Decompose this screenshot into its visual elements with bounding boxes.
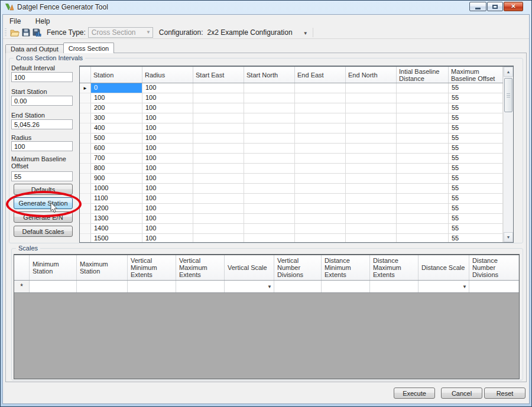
grid-cell[interactable]: [295, 174, 346, 184]
end-station-input[interactable]: [11, 119, 73, 129]
grid-cell[interactable]: [244, 194, 295, 204]
grid-cell[interactable]: [295, 224, 346, 234]
grid-cell-distance-number-divisions[interactable]: [469, 281, 519, 292]
tab-data-and-output[interactable]: Data and Output: [5, 44, 64, 53]
maximize-button[interactable]: [487, 2, 503, 11]
grid-cell[interactable]: [346, 214, 397, 224]
grid-cell[interactable]: [397, 144, 449, 154]
grid-cell[interactable]: [244, 234, 295, 243]
scrollbar-thumb[interactable]: [504, 78, 512, 112]
grid-cell[interactable]: [193, 103, 244, 113]
column-header-station[interactable]: Station: [91, 67, 142, 83]
defaults-button[interactable]: Defaults: [14, 184, 73, 195]
grid-cell[interactable]: 1400: [91, 224, 142, 234]
grid-cell[interactable]: [295, 234, 346, 243]
minimize-button[interactable]: [469, 2, 486, 11]
grid-cell[interactable]: 55: [449, 123, 503, 134]
grid-cell[interactable]: [295, 184, 346, 194]
grid-cell[interactable]: [346, 194, 397, 204]
close-button[interactable]: ✕: [504, 2, 523, 11]
grid-cell[interactable]: [244, 214, 295, 224]
grid-cell[interactable]: [346, 103, 397, 113]
grid-cell[interactable]: [193, 164, 244, 174]
grid-cell-vertical-maximum-extents[interactable]: [176, 281, 225, 292]
grid-cell[interactable]: [193, 194, 244, 204]
row-header[interactable]: [80, 194, 91, 204]
grid-cell[interactable]: 55: [449, 93, 503, 103]
save-button[interactable]: [21, 28, 31, 37]
grid-cell[interactable]: [346, 234, 397, 243]
grid-cell[interactable]: [295, 103, 346, 113]
row-header[interactable]: [80, 154, 91, 164]
grid-cell[interactable]: [397, 234, 449, 243]
grid-cell[interactable]: 100: [142, 234, 193, 243]
grid-cell[interactable]: [346, 164, 397, 174]
grid-cell[interactable]: [346, 83, 397, 93]
grid-cell[interactable]: [397, 204, 449, 214]
grid-cell[interactable]: [244, 123, 295, 134]
column-header-start-north[interactable]: Start North: [244, 67, 295, 83]
grid-cell[interactable]: 55: [449, 194, 503, 204]
grid-cell[interactable]: [244, 154, 295, 164]
grid-cell[interactable]: [295, 194, 346, 204]
grid-cell[interactable]: 100: [142, 204, 193, 214]
grid-cell[interactable]: [244, 83, 295, 93]
column-header-vertical-number-divisions[interactable]: Vertical Number Divisions: [274, 255, 322, 280]
grid-cell[interactable]: [295, 214, 346, 224]
grid-cell[interactable]: [193, 144, 244, 154]
grid-cell[interactable]: 100: [142, 154, 193, 164]
save-as-button[interactable]: [32, 28, 42, 37]
grid-cell[interactable]: 55: [449, 83, 503, 93]
row-header[interactable]: [80, 134, 91, 144]
grid-corner-cell[interactable]: [80, 67, 91, 83]
grid-cell[interactable]: 100: [142, 184, 193, 194]
grid-cell[interactable]: [244, 204, 295, 214]
configuration-combo[interactable]: 2x2 Example Configuration: [207, 28, 293, 37]
grid-cell[interactable]: 200: [91, 103, 142, 113]
row-header[interactable]: [80, 224, 91, 234]
grid-cell[interactable]: [397, 93, 449, 103]
grid-cell[interactable]: [244, 103, 295, 113]
grid-cell[interactable]: 100: [142, 144, 193, 154]
grid-cell[interactable]: 55: [449, 134, 503, 144]
row-header[interactable]: [80, 174, 91, 184]
grid-cell[interactable]: 1500: [91, 234, 142, 243]
column-header-maximum-baseline-offset[interactable]: Maximum Baseline Offset: [449, 67, 503, 83]
grid-cell[interactable]: [193, 184, 244, 194]
chevron-down-icon[interactable]: ▼: [267, 284, 272, 289]
grid-cell[interactable]: [244, 184, 295, 194]
grid-cell[interactable]: [193, 93, 244, 103]
grid-cell[interactable]: [397, 214, 449, 224]
grid-cell[interactable]: [193, 123, 244, 134]
grid-cell[interactable]: [244, 144, 295, 154]
open-file-button[interactable]: [9, 28, 20, 37]
grid-cell[interactable]: 55: [449, 164, 503, 174]
column-header-minimum-station[interactable]: Minimum Station: [30, 255, 77, 280]
row-header[interactable]: [80, 184, 91, 194]
row-header[interactable]: [80, 93, 91, 103]
grid-cell[interactable]: [346, 134, 397, 144]
grid-cell[interactable]: 55: [449, 214, 503, 224]
grid-cell[interactable]: 55: [449, 113, 503, 123]
grid-cell[interactable]: [346, 113, 397, 123]
grid-cell[interactable]: [397, 224, 449, 234]
row-header[interactable]: [80, 113, 91, 123]
grid-cell[interactable]: [397, 154, 449, 164]
column-header-vertical-maximum-extents[interactable]: Vertical Maximum Extents: [176, 255, 225, 280]
grid-cell[interactable]: [193, 214, 244, 224]
grid-cell[interactable]: [193, 83, 244, 93]
row-header[interactable]: [80, 103, 91, 113]
default-interval-input[interactable]: [11, 72, 73, 82]
row-header[interactable]: [80, 204, 91, 214]
grid-cell-maximum-station[interactable]: [77, 281, 128, 292]
row-header[interactable]: [80, 164, 91, 174]
grid-cell[interactable]: 55: [449, 174, 503, 184]
maximum-baseline-offset-input[interactable]: [11, 171, 73, 181]
start-station-input[interactable]: [11, 96, 73, 106]
grid-cell[interactable]: 1100: [91, 194, 142, 204]
grid-cell[interactable]: [295, 134, 346, 144]
column-header-distance-scale[interactable]: Distance Scale: [419, 255, 469, 280]
grid-cell[interactable]: [346, 184, 397, 194]
grid-cell[interactable]: 100: [142, 194, 193, 204]
grid-cell[interactable]: [346, 93, 397, 103]
